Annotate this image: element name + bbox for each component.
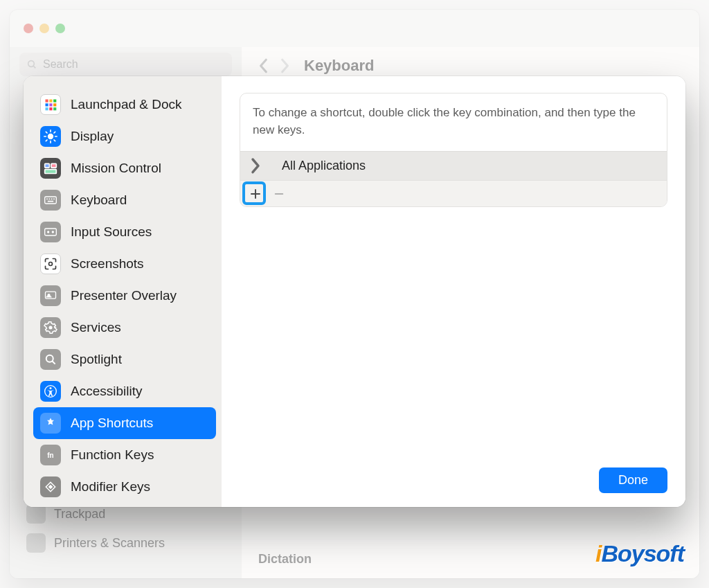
category-item-accessibility[interactable]: Accessibility (33, 375, 216, 407)
remove-shortcut-button[interactable] (269, 184, 289, 204)
svg-point-38 (49, 326, 53, 330)
svg-rect-23 (45, 163, 50, 168)
category-label: Accessibility (71, 384, 142, 399)
svg-point-33 (47, 231, 49, 233)
services-icon (40, 317, 61, 338)
svg-rect-5 (46, 100, 48, 103)
svg-line-19 (46, 132, 47, 133)
category-item-presenter[interactable]: Presenter Overlay (33, 280, 216, 312)
shortcut-info-box: To change a shortcut, double click the k… (240, 93, 667, 207)
category-label: App Shortcuts (71, 416, 153, 431)
svg-rect-28 (49, 199, 51, 200)
svg-point-35 (49, 262, 53, 266)
appshortcuts-icon (40, 413, 61, 434)
svg-rect-8 (46, 103, 48, 106)
category-item-modifier[interactable]: Modifier Keys (33, 471, 216, 503)
input-icon (40, 222, 61, 242)
svg-rect-30 (53, 199, 55, 200)
accessibility-icon (40, 381, 61, 402)
launchpad-icon (40, 94, 61, 115)
svg-rect-6 (49, 100, 52, 103)
category-item-screenshot[interactable]: Screenshots (33, 248, 216, 280)
svg-line-21 (46, 140, 47, 141)
category-item-display[interactable]: Display (33, 121, 216, 152)
keyboard-shortcuts-sheet: Launchpad & DockDisplayMission ControlKe… (24, 76, 685, 507)
category-label: Services (71, 320, 121, 335)
svg-rect-13 (53, 107, 56, 110)
shortcut-instructions: To change a shortcut, double click the k… (240, 93, 667, 151)
display-icon (40, 126, 61, 147)
keyboard-icon (40, 190, 61, 211)
svg-point-34 (52, 231, 54, 233)
svg-rect-36 (46, 292, 56, 299)
category-label: Mission Control (71, 161, 161, 176)
group-label: All Applications (282, 159, 366, 173)
svg-rect-29 (51, 199, 53, 200)
category-item-input[interactable]: Input Sources (33, 216, 216, 248)
category-item-launchpad[interactable]: Launchpad & Dock (33, 89, 216, 121)
svg-rect-26 (45, 197, 57, 204)
category-item-spotlight[interactable]: Spotlight (33, 344, 216, 375)
svg-rect-10 (53, 103, 56, 106)
category-label: Screenshots (71, 256, 144, 271)
mission-icon (40, 158, 61, 179)
svg-rect-25 (45, 170, 57, 174)
svg-rect-24 (51, 163, 57, 168)
add-shortcut-button[interactable] (246, 184, 265, 204)
fn-icon: fn (40, 445, 61, 465)
svg-line-22 (54, 132, 55, 133)
category-item-keyboard[interactable]: Keyboard (33, 184, 216, 216)
svg-rect-11 (46, 107, 48, 110)
svg-rect-12 (49, 107, 52, 110)
category-label: Modifier Keys (71, 479, 150, 495)
spotlight-icon (40, 349, 61, 370)
svg-point-14 (48, 134, 53, 139)
plus-icon (249, 188, 262, 200)
svg-point-42 (50, 387, 52, 389)
done-button[interactable]: Done (599, 467, 667, 493)
shortcut-detail-pane: To change a shortcut, double click the k… (222, 76, 685, 507)
svg-rect-27 (46, 199, 48, 200)
svg-rect-32 (45, 229, 57, 235)
svg-rect-7 (53, 100, 56, 103)
modifier-icon (40, 476, 61, 497)
presenter-icon (40, 285, 61, 306)
category-label: Keyboard (71, 193, 127, 208)
svg-line-20 (54, 140, 55, 141)
category-label: Function Keys (71, 447, 154, 463)
category-label: Spotlight (71, 352, 122, 367)
shortcut-category-list: Launchpad & DockDisplayMission ControlKe… (24, 76, 222, 507)
svg-point-39 (46, 355, 53, 362)
svg-text:fn: fn (47, 452, 53, 459)
category-label: Presenter Overlay (71, 288, 177, 303)
category-item-fn[interactable]: fnFunction Keys (33, 439, 216, 471)
screenshot-icon (40, 253, 61, 274)
category-label: Launchpad & Dock (71, 97, 182, 112)
category-label: Input Sources (71, 224, 152, 240)
all-applications-row[interactable]: All Applications (240, 151, 667, 180)
category-item-appshortcuts[interactable]: App Shortcuts (33, 407, 216, 439)
category-label: Display (71, 129, 114, 144)
category-item-services[interactable]: Services (33, 312, 216, 344)
chevron-right-icon (250, 157, 261, 175)
add-remove-toolbar (240, 180, 667, 206)
svg-rect-9 (49, 103, 52, 106)
category-item-mission[interactable]: Mission Control (33, 152, 216, 184)
svg-rect-31 (48, 201, 53, 202)
watermark-logo: iBoysoft (595, 540, 684, 567)
svg-line-40 (53, 362, 55, 364)
minus-icon (273, 188, 285, 200)
